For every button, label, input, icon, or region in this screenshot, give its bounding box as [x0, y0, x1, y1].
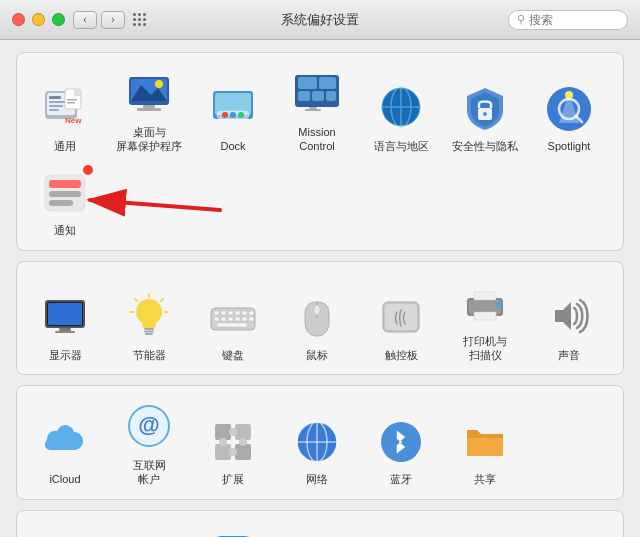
parental-item[interactable]: 家长控制 — [109, 523, 189, 537]
window-title: 系统偏好设置 — [281, 11, 359, 29]
svg-point-92 — [229, 428, 237, 436]
users-icon — [39, 532, 91, 537]
startup-item[interactable]: 启动磁盘 — [445, 523, 525, 537]
svg-rect-65 — [228, 311, 233, 315]
svg-rect-89 — [235, 424, 251, 440]
svg-rect-83 — [474, 312, 496, 320]
titlebar: ‹ › 系统偏好设置 ⚲ — [0, 0, 640, 40]
datetime-icon: 18 — [375, 532, 427, 537]
notification-item[interactable]: 通知 — [25, 158, 105, 238]
icloud-icon — [39, 416, 91, 468]
search-input[interactable] — [529, 13, 619, 27]
security-icon — [459, 83, 511, 135]
mission-item[interactable]: MissionControl — [277, 65, 357, 154]
svg-rect-5 — [49, 109, 59, 111]
forward-button[interactable]: › — [101, 11, 125, 29]
sound-item[interactable]: 声音 — [529, 274, 609, 363]
appstore-item[interactable]: A App Store — [193, 523, 273, 537]
close-button[interactable] — [12, 13, 25, 26]
svg-rect-45 — [49, 180, 81, 188]
timemachine-item[interactable]: Time Machine — [529, 523, 609, 537]
internet-icon: @ — [123, 402, 175, 454]
trackpad-item[interactable]: 触控板 — [361, 274, 441, 363]
sharing-item[interactable]: 共享 — [445, 398, 525, 487]
icloud-label: iCloud — [49, 472, 80, 486]
internet-item[interactable]: @ 互联网帐户 — [109, 398, 189, 487]
svg-rect-82 — [474, 292, 496, 300]
svg-rect-64 — [221, 311, 226, 315]
svg-point-77 — [314, 305, 320, 315]
users-item[interactable]: 用户与群组 — [25, 523, 105, 537]
keyboard-label: 键盘 — [222, 348, 244, 362]
svg-rect-25 — [319, 77, 336, 89]
search-box[interactable]: ⚲ — [508, 10, 628, 30]
dictation-item[interactable]: 听写与语音 — [277, 523, 357, 537]
dock-item[interactable]: Dock — [193, 65, 273, 154]
network-item[interactable]: 网络 — [277, 398, 357, 487]
icloud-item[interactable]: iCloud — [25, 398, 105, 487]
desktop-item[interactable]: 桌面与屏幕保护程序 — [109, 65, 189, 154]
section-hardware-grid: 显示器 — [25, 274, 615, 363]
svg-rect-88 — [215, 424, 231, 440]
spotlight-label: Spotlight — [548, 139, 591, 153]
security-item[interactable]: 安全性与隐私 — [445, 65, 525, 154]
svg-rect-16 — [137, 108, 161, 111]
svg-rect-27 — [312, 91, 324, 101]
extensions-icon — [207, 416, 259, 468]
svg-marker-85 — [555, 302, 571, 330]
internet-label: 互联网帐户 — [133, 458, 166, 487]
svg-text:@: @ — [138, 412, 159, 437]
mission-label: MissionControl — [298, 125, 335, 154]
bluetooth-label: 蓝牙 — [390, 472, 412, 486]
bluetooth-item[interactable]: 蓝牙 — [361, 398, 441, 487]
svg-point-53 — [136, 299, 162, 325]
svg-rect-26 — [298, 91, 310, 101]
minimize-button[interactable] — [32, 13, 45, 26]
maximize-button[interactable] — [52, 13, 65, 26]
extensions-label: 扩展 — [222, 472, 244, 486]
svg-rect-72 — [235, 317, 240, 321]
spotlight-icon — [543, 83, 595, 135]
back-button[interactable]: ‹ — [73, 11, 97, 29]
search-icon: ⚲ — [517, 13, 525, 26]
spotlight-item[interactable]: Spotlight — [529, 65, 609, 154]
svg-rect-63 — [214, 311, 219, 315]
svg-rect-47 — [49, 200, 73, 206]
section-internet-grid: iCloud @ 互联网帐户 — [25, 398, 615, 487]
timemachine-icon — [543, 532, 595, 537]
grid-view-button[interactable] — [133, 13, 147, 26]
section-internet: iCloud @ 互联网帐户 — [16, 385, 624, 500]
dock-icon — [207, 83, 259, 135]
printer-item[interactable]: 打印机与扫描仪 — [445, 274, 525, 363]
printer-label: 打印机与扫描仪 — [463, 334, 507, 363]
general-item[interactable]: New 通用 — [25, 65, 105, 154]
general-icon: New — [39, 83, 91, 135]
printer-icon — [459, 278, 511, 330]
datetime-item[interactable]: 18 日期与时间 — [361, 523, 441, 537]
svg-rect-56 — [145, 333, 153, 335]
svg-rect-69 — [214, 317, 219, 321]
svg-rect-75 — [217, 323, 247, 327]
svg-point-93 — [229, 448, 237, 456]
svg-point-22 — [238, 112, 244, 118]
svg-point-94 — [219, 438, 227, 446]
sound-icon — [543, 292, 595, 344]
energy-item[interactable]: 节能器 — [109, 274, 189, 363]
language-item[interactable]: 语言与地区 — [361, 65, 441, 154]
trackpad-icon — [375, 292, 427, 344]
extensions-item[interactable]: 扩展 — [193, 398, 273, 487]
display-item[interactable]: 显示器 — [25, 274, 105, 363]
display-label: 显示器 — [49, 348, 82, 362]
traffic-lights — [12, 13, 65, 26]
svg-rect-54 — [144, 328, 154, 330]
language-label: 语言与地区 — [374, 139, 429, 153]
svg-point-95 — [239, 438, 247, 446]
keyboard-item[interactable]: 键盘 — [193, 274, 273, 363]
svg-rect-8 — [67, 99, 77, 101]
svg-rect-90 — [215, 444, 231, 460]
svg-line-58 — [161, 299, 163, 301]
svg-rect-46 — [49, 191, 81, 197]
mouse-item[interactable]: 鼠标 — [277, 274, 357, 363]
svg-rect-71 — [228, 317, 233, 321]
trackpad-label: 触控板 — [385, 348, 418, 362]
